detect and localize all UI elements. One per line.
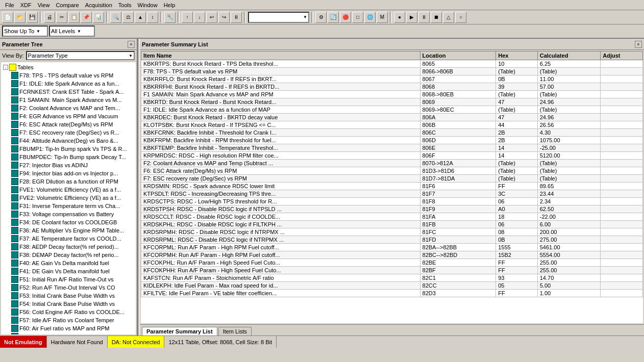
tree-item[interactable]: F61: Lean Cruise Air Fuel Delta Vs RP... xyxy=(10,332,135,334)
btn6[interactable]: 📋 xyxy=(68,12,80,23)
table-row[interactable]: KRPMRDSC: RDSC - High resolution RPM fil… xyxy=(141,152,643,160)
table-row[interactable]: KBKFTEMP: Backfire Inhibit - Temperature… xyxy=(141,144,643,152)
table-row[interactable]: F7: ESC recovery rate (Deg/Sec) vs RPM 8… xyxy=(141,175,643,183)
btn15[interactable]: ↓ xyxy=(194,12,205,23)
btn29[interactable]: △ xyxy=(443,12,454,23)
tree-item[interactable]: F4: EGR Advance vs RPM and Vacuum xyxy=(10,112,135,120)
table-row[interactable]: KFILTVE: Idle Fuel Param - VE table filt… xyxy=(141,290,643,297)
view-by-select[interactable]: Parameter Type ▼ xyxy=(26,51,135,60)
table-row[interactable]: F2: Coolant Advance vs MAP and Temp (Sub… xyxy=(141,160,643,167)
all-levels-dropdown[interactable]: All Levels ▼ xyxy=(49,25,95,37)
table-row[interactable]: F1: IDLE: Idle Spark Advance as a functi… xyxy=(141,106,643,114)
tree-item[interactable]: F28: EGR Dilution as a function of RPM xyxy=(10,177,135,186)
table-row[interactable]: KBKRDEC: Burst Knock Retard - BKRTD deca… xyxy=(141,114,643,121)
table-row[interactable]: KRDSRPML: RDSC - Disable RDSC logic if N… xyxy=(141,236,643,244)
tree-item[interactable]: F36: AE Multiplier Vs Engine RPM Table..… xyxy=(10,226,135,235)
tree-item[interactable]: FBUMP1: Tip-In Bump spark Vs TPS & R... xyxy=(10,145,135,153)
btn19[interactable]: ⚙ xyxy=(315,12,327,23)
table-row[interactable]: KFCOKPHH: Run A/F Param - High Speed Fue… xyxy=(141,267,643,274)
btn11[interactable]: ▲ xyxy=(135,12,146,23)
table-row[interactable]: KRDSKPHL: RDSC - Disable RDSC logic if F… xyxy=(141,221,643,228)
table-row[interactable]: F6: ESC Attack rate(Deg/Ms) vs RPM 81D3-… xyxy=(141,167,643,175)
btn18[interactable]: ⏸ xyxy=(231,12,242,23)
btn22[interactable]: □ xyxy=(352,12,363,23)
table-row[interactable]: KFCOKPHL: Run A/F Param - High Speed Fue… xyxy=(141,259,643,267)
table-row[interactable]: KFCORPML: Run A/F Param - High RPM Fuel … xyxy=(141,244,643,251)
menu-acquisition[interactable]: Acquisition xyxy=(82,1,115,9)
tree-item[interactable]: F44: Altitude Advance(Deg) vs Baro &... xyxy=(10,137,135,145)
table-row[interactable]: KBKRRFLO: Burst Knock Retard - If REFS i… xyxy=(141,75,643,83)
table-row[interactable]: KTPSDLT: RDSC - Increasing/Decreasing TP… xyxy=(141,190,643,198)
tree-item[interactable]: F38: DEMAP Decay factor(% ref perio... xyxy=(10,251,135,259)
tree-expand-tables[interactable]: - xyxy=(3,65,8,70)
left-panel-close[interactable]: × xyxy=(128,41,135,48)
tree-item[interactable]: F34: DE Coolant factor vs COOLDEGB xyxy=(10,218,135,226)
table-row[interactable]: KBKRTD: Burst Knock Retard - Burst Knock… xyxy=(141,98,643,106)
menu-compare[interactable]: Compare xyxy=(53,1,82,9)
tree-item[interactable]: F78: TPS - TPS default value vs RPM xyxy=(10,71,135,80)
open-btn[interactable]: 📂 xyxy=(14,12,26,23)
menu-help[interactable]: Help xyxy=(161,1,179,9)
tree-item[interactable]: F1: IDLE: Idle Spark Advance as a fun... xyxy=(10,80,135,88)
table-row[interactable]: KRDSCTPS: RDSC - Low/High TPS threshold … xyxy=(141,198,643,205)
btn17[interactable]: ↪ xyxy=(218,12,230,23)
btn20[interactable]: 🔄 xyxy=(328,12,339,23)
btn4[interactable]: 🖨 xyxy=(44,12,55,23)
table-row[interactable]: KIDLEKPH: Idle Fuel Param - Max road spe… xyxy=(141,282,643,290)
menu-xdf[interactable]: XDF xyxy=(17,1,35,9)
btn16[interactable]: ↩ xyxy=(206,12,217,23)
tree-tables-root[interactable]: - Tables xyxy=(2,63,135,71)
table-row[interactable]: KBKRRFHI: Burst Knock Retard - If REFS i… xyxy=(141,83,643,91)
btn8[interactable]: 📊 xyxy=(93,12,104,23)
tree-item[interactable]: F2: Coolant Advance vs MAP and Tem... xyxy=(10,104,135,112)
btn28[interactable]: ⏹ xyxy=(431,12,442,23)
tree-item[interactable]: F31: Inverse Temperature term vs Cha... xyxy=(10,202,135,210)
tree-item[interactable]: F40: AE Gain Vs Delta manifold fuel xyxy=(10,259,135,267)
search-dropdown[interactable]: ▼ xyxy=(248,12,309,23)
btn10[interactable]: ⚖ xyxy=(122,12,134,23)
tree-item[interactable]: F33: Voltage compensation vs Battery xyxy=(10,210,135,218)
menu-file[interactable]: File xyxy=(2,1,17,9)
btn14[interactable]: ↑ xyxy=(182,12,193,23)
tree-item[interactable]: F41: DE Gain Vs Delta manifold fuel xyxy=(10,267,135,275)
table-row[interactable]: KBKFRPM: Backfire Inhibit - RPM threshol… xyxy=(141,137,643,144)
btn21[interactable]: 🔴 xyxy=(340,12,351,23)
save-btn[interactable]: 💾 xyxy=(27,12,38,23)
tree-item[interactable]: FBUMPDEC: Tip-In Bump spark Decay T... xyxy=(10,153,135,161)
tree-item[interactable]: FCRNKEST: Crank EST Table - Spark A... xyxy=(10,88,135,96)
btn25[interactable]: ● xyxy=(394,12,405,23)
tree-item[interactable]: F60: Air Fuel ratio vs MAP and RPM xyxy=(10,324,135,332)
menu-window[interactable]: Window xyxy=(135,1,161,9)
tree-item[interactable]: F52: Run A/F Time-Out Interval Vs CO xyxy=(10,283,135,292)
table-row[interactable]: F1 SAMAIN: Main Spark Advance vs MAP and… xyxy=(141,91,643,98)
tree-item[interactable]: F57: Idle A/F Ratio vs Coolant Temper xyxy=(10,316,135,324)
table-row[interactable]: F78: TPS - TPS default value vs RPM 8066… xyxy=(141,68,643,75)
table-row[interactable]: KRDSCCLT: RDSC - Disable RDSC logic if C… xyxy=(141,213,643,221)
table-row[interactable]: KBKFCRNK: Backfire Inhibit - Threshold f… xyxy=(141,129,643,137)
new-btn[interactable]: 📄 xyxy=(2,12,13,23)
table-row[interactable]: KRDSMIN: RDSC - Spark advance RDSC lower… xyxy=(141,183,643,190)
tree-item[interactable]: F27: Injector Bias vs ADINJ xyxy=(10,161,135,169)
btn26[interactable]: ▶ xyxy=(406,12,417,23)
btn13[interactable]: 🔧 xyxy=(164,12,176,23)
table-row[interactable]: KLOTPSBK: Burst Knock Retard - If TPSENG… xyxy=(141,121,643,129)
tree-item[interactable]: F53: Initial Crank Base Pulse Width vs xyxy=(10,292,135,300)
table-row[interactable]: KRDSTPSH: RDSC - Disable RDSC logic if N… xyxy=(141,205,643,213)
tree-item[interactable]: F6: ESC Attack rate(Deg/Ms) vs RPM xyxy=(10,120,135,128)
tree-item[interactable]: F54: Initial Crank Base Pulse Width vs xyxy=(10,300,135,308)
tree-item[interactable]: FVE1: Volumetric Efficiency (VE) as a f.… xyxy=(10,186,135,194)
btn27[interactable]: ⏸ xyxy=(418,12,430,23)
btn9[interactable]: 🔍 xyxy=(110,12,121,23)
tree-container[interactable]: - Tables F78: TPS - TPS default value vs… xyxy=(1,62,136,334)
tree-item[interactable]: F7: ESC recovery rate (Deg/Sec) vs R... xyxy=(10,128,135,137)
table-row[interactable]: KFCORPMH: Run A/F Param - High RPM Fuel … xyxy=(141,251,643,259)
tree-item[interactable]: FVE2: Volumetric Efficiency (VE) as a f.… xyxy=(10,194,135,202)
show-up-to-dropdown[interactable]: Show Up To ▼ xyxy=(2,25,48,37)
table-row[interactable]: KBKRTPS: Burst Knock Retard - TPS Delta … xyxy=(141,60,643,68)
table-wrapper[interactable]: Item Name Location Hex Calculated Adjust… xyxy=(141,51,643,323)
tab-item-lists[interactable]: Item Lists xyxy=(218,327,252,335)
menu-tools[interactable]: Tools xyxy=(115,1,135,9)
tree-item[interactable]: F1 SAMAIN: Main Spark Advance vs M... xyxy=(10,96,135,104)
tree-item[interactable]: F37: AE Temperature factor vs COOLD... xyxy=(10,235,135,243)
btn24[interactable]: M xyxy=(377,12,388,23)
